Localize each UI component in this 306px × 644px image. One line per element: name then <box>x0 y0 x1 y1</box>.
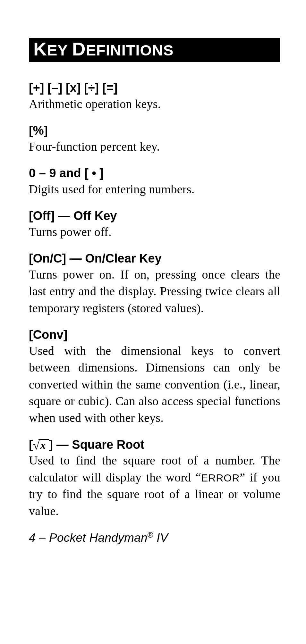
definition-description: Turns power on. If on, pressing once cle… <box>29 266 280 316</box>
definition-term: [%] <box>29 123 280 138</box>
definition-entry: [On/C] — On/Clear KeyTurns power on. If … <box>29 251 280 316</box>
definition-entry: [Conv]Used with the dimensional keys to … <box>29 328 280 426</box>
definition-description: Turns power off. <box>29 223 280 240</box>
definition-term: [+] [–] [x] [÷] [=] <box>29 81 280 96</box>
definitions-list: [+] [–] [x] [÷] [=]Arithmetic operation … <box>29 81 280 519</box>
definition-term: [Off] — Off Key <box>29 209 280 223</box>
definition-term: 0 – 9 and [ • ] <box>29 166 280 181</box>
definition-entry: [Off] — Off KeyTurns power off. <box>29 209 280 240</box>
section-title: KEY DEFINITIONS <box>33 42 174 59</box>
definition-entry: 0 – 9 and [ • ]Digits used for entering … <box>29 166 280 197</box>
definition-description: Four-function percent key. <box>29 138 280 155</box>
footer-separator: – <box>36 531 49 544</box>
definition-description: Digits used for entering numbers. <box>29 181 280 197</box>
definition-entry: [√x] — Square RootUsed to find the squar… <box>29 438 280 519</box>
error-word: ERROR <box>201 472 240 484</box>
sqrt-symbol: √x <box>33 438 49 452</box>
definition-description: Arithmetic operation keys. <box>29 96 280 112</box>
definition-description: Used to find the square root of a num­be… <box>29 452 280 519</box>
definition-term: [On/C] — On/Clear Key <box>29 251 280 266</box>
footer-version: IV <box>153 531 168 544</box>
definition-term: [Conv] <box>29 328 280 342</box>
term-suffix: ] — Square Root <box>49 438 145 451</box>
document-page: KEY DEFINITIONS [+] [–] [x] [÷] [=]Arith… <box>0 0 306 573</box>
page-footer: 4 – Pocket Handyman® IV <box>29 531 280 545</box>
definition-term: [√x] — Square Root <box>29 438 280 452</box>
registered-mark: ® <box>148 531 153 539</box>
radical-sign: √ <box>33 438 40 453</box>
footer-product-name: Pocket Handyman <box>49 531 148 544</box>
definition-description: Used with the dimensional keys to con­ve… <box>29 342 280 426</box>
radicand: x <box>38 439 49 451</box>
definition-entry: [%]Four-function percent key. <box>29 123 280 155</box>
definition-entry: [+] [–] [x] [÷] [=]Arithmetic operation … <box>29 81 280 112</box>
section-header: KEY DEFINITIONS <box>29 38 280 62</box>
term-prefix: [ <box>29 438 33 451</box>
footer-page-number: 4 <box>29 531 36 544</box>
